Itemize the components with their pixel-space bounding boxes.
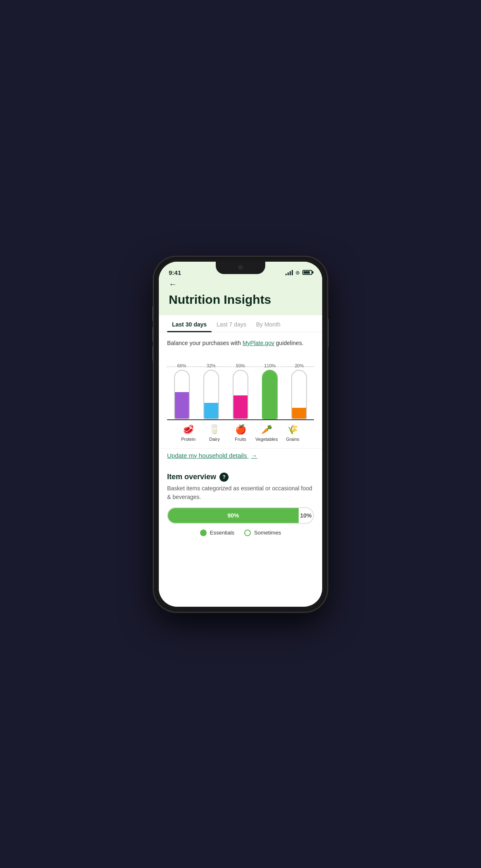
bar-fruits: 50%	[226, 363, 255, 419]
progress-sometimes: 10%	[299, 508, 313, 523]
front-camera	[238, 265, 243, 270]
chart-bars: 66% 32% 50%	[167, 354, 314, 420]
notch	[216, 262, 265, 274]
item-overview-description: Basket items categorized as essential or…	[167, 484, 314, 501]
help-icon[interactable]: ?	[219, 473, 229, 482]
fruits-icon: 🍎	[235, 424, 246, 435]
balance-text: Balance your purchases with MyPlate.gov …	[167, 339, 314, 348]
signal-icon	[285, 270, 293, 275]
protein-percentage: 66%	[177, 363, 186, 368]
balance-section: Balance your purchases with MyPlate.gov …	[159, 332, 322, 351]
category-grains: 🌾 Grains	[280, 424, 306, 442]
dairy-icon: 🥛	[209, 424, 220, 435]
phone-screen: 9:41 ⊛ ← Nutrition Insights	[159, 262, 322, 607]
grains-percentage: 20%	[295, 363, 304, 368]
protein-bar-fill	[175, 392, 189, 419]
tab-by-month[interactable]: By Month	[251, 315, 285, 332]
back-button[interactable]: ←	[169, 279, 177, 289]
fruits-percentage: 50%	[236, 363, 245, 368]
wifi-icon: ⊛	[295, 270, 300, 276]
vegetables-bar-fill	[263, 371, 277, 419]
item-overview-title: Item overview	[167, 473, 216, 481]
grains-bar-outer	[291, 370, 307, 419]
protein-icon: 🥩	[183, 424, 194, 435]
category-vegetables: 🥕 Vegetables	[254, 424, 280, 442]
fruits-bar-outer	[233, 370, 248, 419]
vegetables-label: Vegetables	[255, 437, 278, 442]
vegetables-bar-outer	[262, 370, 278, 419]
progress-bar: 90% 10%	[167, 507, 314, 524]
protein-bar-outer	[174, 370, 190, 419]
grains-bar-fill	[292, 408, 306, 419]
arrow-icon: →	[251, 452, 257, 459]
bar-grains: 20%	[285, 363, 314, 419]
dairy-bar-outer	[203, 370, 219, 419]
update-household-link[interactable]: Update my household details →	[167, 452, 257, 459]
myplate-link[interactable]: MyPlate.gov	[243, 340, 274, 346]
dashed-guideline	[167, 367, 314, 367]
vegetables-icon: 🥕	[261, 424, 272, 435]
battery-fill	[304, 271, 310, 274]
legend-essentials: Essentials	[200, 530, 234, 536]
header-section: ← Nutrition Insights	[159, 276, 322, 315]
sometimes-label: Sometimes	[254, 530, 281, 536]
page-title: Nutrition Insights	[169, 292, 312, 307]
status-bar: 9:41 ⊛	[159, 262, 322, 276]
bar-protein: 66%	[167, 363, 196, 419]
categories-row: 🥩 Protein 🥛 Dairy 🍎 Fruits 🥕 Vegetables	[167, 420, 314, 448]
item-overview-header: Item overview ?	[167, 473, 314, 482]
grains-icon: 🌾	[287, 424, 298, 435]
fruits-label: Fruits	[235, 437, 246, 442]
progress-essentials: 90%	[168, 508, 299, 523]
tabs-container: Last 30 days Last 7 days By Month	[159, 315, 322, 332]
dairy-label: Dairy	[209, 437, 220, 442]
tab-last30[interactable]: Last 30 days	[167, 315, 212, 332]
dairy-percentage: 32%	[207, 363, 216, 368]
chart-container: 66% 32% 50%	[159, 351, 322, 448]
status-icons: ⊛	[285, 268, 312, 276]
essentials-label: Essentials	[210, 530, 234, 536]
phone-frame: 9:41 ⊛ ← Nutrition Insights	[154, 257, 327, 612]
bar-dairy: 32%	[196, 363, 226, 419]
vegetables-percentage: 110%	[264, 363, 276, 368]
legend-sometimes: Sometimes	[244, 530, 281, 536]
legend-row: Essentials Sometimes	[167, 524, 314, 542]
category-protein: 🥩 Protein	[175, 424, 201, 442]
sometimes-dot	[244, 530, 251, 536]
grains-label: Grains	[286, 437, 299, 442]
bar-vegetables: 110%	[255, 363, 285, 419]
category-dairy: 🥛 Dairy	[201, 424, 227, 442]
protein-label: Protein	[181, 437, 196, 442]
main-content: Last 30 days Last 7 days By Month Balanc…	[159, 315, 322, 607]
tab-last7[interactable]: Last 7 days	[212, 315, 251, 332]
status-time: 9:41	[169, 267, 181, 276]
update-link-section: Update my household details →	[159, 448, 322, 466]
category-fruits: 🍎 Fruits	[227, 424, 253, 442]
dairy-bar-fill	[204, 403, 218, 418]
fruits-bar-fill	[233, 395, 248, 419]
battery-icon	[302, 270, 312, 275]
item-overview-section: Item overview ? Basket items categorized…	[159, 466, 322, 549]
essentials-dot	[200, 530, 207, 536]
